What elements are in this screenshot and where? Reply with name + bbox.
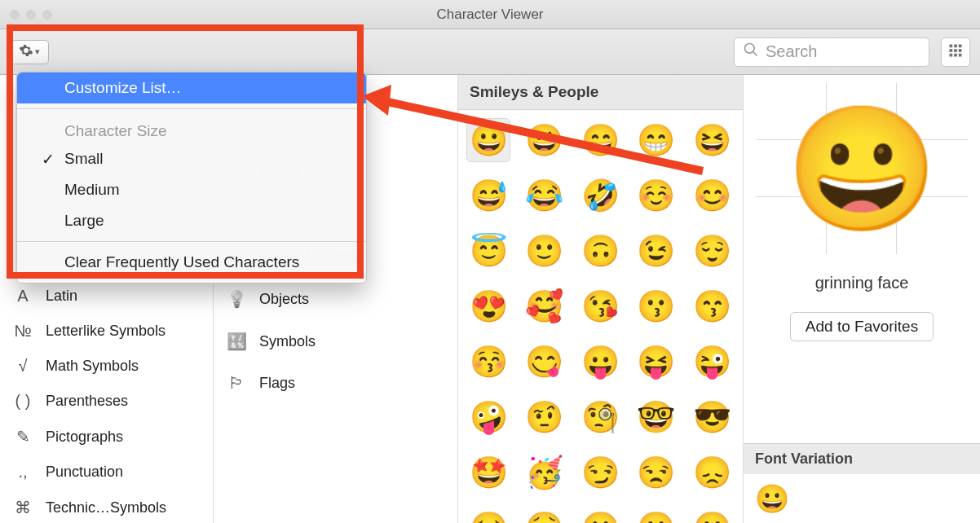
search-placeholder: Search: [766, 42, 817, 61]
category-icon: A: [11, 287, 34, 305]
subcategory-item[interactable]: 🏳Flags: [214, 363, 457, 404]
svg-rect-5: [950, 49, 953, 52]
emoji-cell[interactable]: 🤣: [578, 174, 622, 218]
svg-rect-8: [950, 54, 953, 57]
category-item[interactable]: ✎Pictographs: [0, 419, 213, 455]
category-item[interactable]: ALatin: [0, 279, 213, 314]
menu-clear-frequent[interactable]: Clear Frequently Used Characters: [17, 247, 366, 283]
category-label: Letterlike Symbols: [46, 323, 166, 340]
emoji-cell[interactable]: 😟: [523, 506, 567, 523]
emoji-cell[interactable]: 😝: [634, 340, 678, 384]
category-label: Punctuation: [46, 464, 123, 481]
svg-rect-9: [954, 54, 957, 57]
svg-rect-2: [950, 45, 953, 48]
settings-dropdown-button[interactable]: ▾: [10, 40, 49, 64]
emoji-cell[interactable]: 😜: [690, 340, 734, 384]
subcategory-icon: 💡: [225, 289, 248, 309]
emoji-cell[interactable]: 😒: [634, 450, 678, 494]
grid-view-button[interactable]: [941, 37, 970, 67]
svg-rect-3: [954, 45, 957, 48]
emoji-cell[interactable]: 🤓: [634, 395, 678, 439]
emoji-cell[interactable]: 😙: [690, 284, 734, 328]
emoji-cell[interactable]: 😇: [466, 229, 510, 273]
emoji-preview: 😀: [756, 83, 968, 254]
emoji-cell[interactable]: 🤨: [523, 395, 567, 439]
emoji-cell[interactable]: 🙂: [523, 229, 567, 273]
emoji-cell[interactable]: 😆: [690, 118, 734, 162]
subcategory-label: Symbols: [259, 333, 316, 350]
add-to-favorites-button[interactable]: Add to Favorites: [790, 312, 934, 341]
svg-rect-7: [959, 49, 962, 52]
emoji-cell[interactable]: 😄: [578, 118, 622, 162]
detail-panel: 😀 grinning face Add to Favorites: [744, 75, 980, 444]
font-variation-header: Font Variation: [744, 444, 980, 474]
svg-line-1: [753, 52, 757, 56]
category-icon: ⌘: [11, 498, 34, 517]
emoji-cell[interactable]: 😊: [690, 174, 734, 218]
emoji-cell[interactable]: 🙁: [634, 506, 678, 523]
menu-size-label: Character Size: [17, 114, 366, 143]
svg-point-0: [745, 44, 755, 54]
category-item[interactable]: ( )Parentheses: [0, 384, 213, 419]
emoji-cell[interactable]: 😛: [578, 340, 622, 384]
emoji-cell[interactable]: 😕: [578, 506, 622, 523]
emoji-name: grinning face: [815, 274, 909, 292]
emoji-cell[interactable]: 😘: [578, 284, 622, 328]
subcategory-item[interactable]: 🔣Symbols: [214, 320, 457, 363]
emoji-cell[interactable]: 😁: [634, 118, 678, 162]
subcategory-icon: 🏳: [225, 374, 248, 393]
emoji-cell[interactable]: 🤪: [466, 395, 510, 439]
emoji-cell[interactable]: 🥳: [523, 450, 567, 494]
category-label: Parentheses: [46, 393, 128, 410]
category-label: Latin: [46, 288, 77, 305]
category-item[interactable]: ⌘Technic…Symbols: [0, 490, 213, 523]
detail-column: 😀 grinning face Add to Favorites Font Va…: [744, 75, 980, 523]
grid-icon: [948, 43, 963, 60]
category-icon: ( ): [11, 392, 34, 411]
emoji-cell[interactable]: 😃: [523, 118, 567, 162]
emoji-cell[interactable]: 🤩: [466, 450, 510, 494]
emoji-cell[interactable]: 😎: [690, 395, 734, 439]
emoji-cell[interactable]: 🥰: [523, 284, 567, 328]
svg-rect-4: [959, 45, 962, 48]
titlebar: Character Viewer: [0, 0, 980, 29]
category-item[interactable]: √Math Symbols: [0, 349, 213, 384]
search-icon: [743, 42, 759, 62]
menu-size-small[interactable]: ✓ Small: [17, 143, 366, 174]
search-input[interactable]: Search: [734, 37, 929, 67]
svg-rect-10: [959, 54, 962, 57]
category-item[interactable]: №Letterlike Symbols: [0, 314, 213, 349]
menu-size-medium[interactable]: Medium: [17, 174, 366, 205]
subcategory-icon: 🔣: [225, 332, 248, 351]
emoji-cell[interactable]: 😔: [466, 506, 510, 523]
category-icon: √: [11, 357, 34, 376]
settings-menu: Customize List… Character Size ✓ Small M…: [16, 72, 367, 283]
category-label: Math Symbols: [46, 358, 139, 375]
check-icon: ✓: [42, 150, 55, 169]
emoji-cell[interactable]: 😋: [523, 340, 567, 384]
emoji-cell[interactable]: 😍: [466, 284, 510, 328]
toolbar: ▾ Search: [0, 29, 980, 75]
emoji-cell[interactable]: 😅: [466, 174, 510, 218]
category-item[interactable]: .,Punctuation: [0, 455, 213, 490]
emoji-cell[interactable]: 😂: [523, 174, 567, 218]
menu-customize-list[interactable]: Customize List…: [17, 73, 366, 103]
preview-glyph: 😀: [786, 108, 938, 230]
gear-icon: [19, 43, 33, 60]
category-label: Technic…Symbols: [46, 499, 166, 516]
emoji-cell[interactable]: 😗: [634, 284, 678, 328]
subcategory-item[interactable]: 💡Objects: [214, 278, 457, 320]
font-variation-sample[interactable]: 😀: [744, 474, 980, 523]
emoji-cell[interactable]: 😌: [690, 229, 734, 273]
emoji-cell[interactable]: 🙃: [578, 229, 622, 273]
emoji-cell[interactable]: ☹️: [690, 506, 734, 523]
subcategory-label: Flags: [259, 375, 295, 392]
emoji-cell[interactable]: 😉: [634, 229, 678, 273]
emoji-cell[interactable]: 😚: [466, 340, 510, 384]
emoji-cell[interactable]: 😀: [466, 118, 510, 162]
emoji-cell[interactable]: 😏: [578, 450, 622, 494]
menu-size-large[interactable]: Large: [17, 205, 366, 236]
emoji-cell[interactable]: 🧐: [578, 395, 622, 439]
emoji-cell[interactable]: ☺️: [634, 174, 678, 218]
emoji-cell[interactable]: 😞: [690, 450, 734, 494]
